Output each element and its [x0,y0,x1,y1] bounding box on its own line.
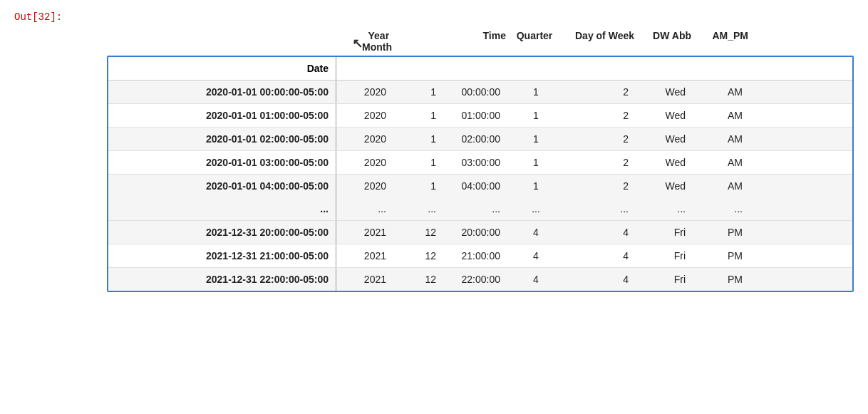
cell-time: 20:00:00 [443,221,507,244]
cell-date: 2020-01-01 00:00:00-05:00 [108,81,336,103]
dow-header-spacer [564,63,636,74]
table-header-row: Date [108,57,852,81]
cell-dow: 4 [564,221,636,244]
table-row: 2021-12-31 21:00:00-05:00 2021 12 21:00:… [108,244,852,268]
cell-dwabb: Wed [636,128,693,150]
cell-dow: 4 [564,244,636,267]
cell-dow: 2 [564,175,636,197]
cell-time: 01:00:00 [443,104,507,127]
cell-quarter: 4 [507,221,564,244]
cell-dow: 2 [564,151,636,174]
ampm-header-spacer [693,63,750,74]
top-data-rows: 2020-01-01 00:00:00-05:00 2020 1 00:00:0… [108,81,852,197]
cell-year: 2021 [336,244,393,267]
year-header-spacer [336,63,393,74]
cell-dwabb: Fri [636,221,693,244]
dwabb-header-spacer [636,63,693,74]
ellipsis-ampm: ... [693,197,750,220]
cell-ampm: PM [693,221,750,244]
col-header-time: Time [442,30,506,53]
cell-year: 2020 [336,81,393,103]
table-row: 2020-01-01 01:00:00-05:00 2020 1 01:00:0… [108,104,852,128]
cell-time: 03:00:00 [443,151,507,174]
cell-time: 21:00:00 [443,244,507,267]
cell-year: 2020 [336,151,393,174]
col-header-dwabb: DW Abb [634,30,691,53]
cell-dwabb: Fri [636,268,693,291]
cell-dow: 2 [564,128,636,150]
cell-year: 2020 [336,128,393,150]
ellipsis-dwabb: ... [636,197,693,220]
quarter-header-spacer [507,63,564,74]
cell-month: 12 [393,268,443,291]
ellipsis-dow: ... [564,197,636,220]
cell-quarter: 1 [507,81,564,103]
cell-date: 2021-12-31 22:00:00-05:00 [108,268,336,291]
cell-ampm: AM [693,104,750,127]
cell-ampm: AM [693,128,750,150]
month-header-spacer [393,63,443,74]
table-row: 2020-01-01 02:00:00-05:00 2020 1 02:00:0… [108,128,852,151]
cell-ampm: PM [693,268,750,291]
cell-month: 12 [393,221,443,244]
cell-quarter: 1 [507,151,564,174]
cell-ampm: AM [693,175,750,197]
cell-month: 1 [393,104,443,127]
cell-dwabb: Fri [636,244,693,267]
cell-date: 2020-01-01 03:00:00-05:00 [108,151,336,174]
col-header-quarter: Quarter [506,30,563,53]
cell-dwabb: Wed [636,104,693,127]
cell-month: 1 [393,128,443,150]
cell-date: 2020-01-01 04:00:00-05:00 [108,175,336,197]
cell-quarter: 1 [507,128,564,150]
cell-year: 2021 [336,221,393,244]
time-header-spacer [443,63,507,74]
table-row: 2021-12-31 22:00:00-05:00 2021 12 22:00:… [108,268,852,291]
ellipsis-quarter: ... [507,197,564,220]
cell-ampm: AM [693,151,750,174]
cell-ampm: PM [693,244,750,267]
cell-quarter: 1 [507,104,564,127]
cell-year: 2020 [336,175,393,197]
cell-year: 2021 [336,268,393,291]
data-table: Date 2020-01-01 00:00:00-05:00 2020 1 00… [107,56,854,292]
cell-dow: 4 [564,268,636,291]
cell-dwabb: Wed [636,151,693,174]
cell-year: 2020 [336,104,393,127]
column-headers-row: Year ↖Month Time Quarter Day of Week DW … [107,30,854,53]
cell-quarter: 1 [507,175,564,197]
cell-dwabb: Wed [636,81,693,103]
table-row: 2020-01-01 03:00:00-05:00 2020 1 03:00:0… [108,151,852,175]
ellipsis-year: ... [336,197,393,220]
cell-time: 22:00:00 [443,268,507,291]
cell-month: 1 [393,151,443,174]
cell-quarter: 4 [507,244,564,267]
table-row: 2021-12-31 20:00:00-05:00 2021 12 20:00:… [108,221,852,244]
cell-ampm: AM [693,81,750,103]
cell-dwabb: Wed [636,175,693,197]
cell-time: 02:00:00 [443,128,507,150]
cell-date: 2020-01-01 02:00:00-05:00 [108,128,336,150]
table-row: 2020-01-01 04:00:00-05:00 2020 1 04:00:0… [108,175,852,197]
table-row: 2020-01-01 00:00:00-05:00 2020 1 00:00:0… [108,81,852,104]
cell-month: 1 [393,81,443,103]
cell-month: 12 [393,244,443,267]
cell-dow: 2 [564,104,636,127]
cell-month: 1 [393,175,443,197]
col-header-ampm: AM_PM [691,30,748,53]
cell-date: 2020-01-01 01:00:00-05:00 [108,104,336,127]
cell-time: 04:00:00 [443,175,507,197]
cell-date: 2021-12-31 21:00:00-05:00 [108,244,336,267]
cell-date: 2021-12-31 20:00:00-05:00 [108,221,336,244]
ellipsis-row: ... ... ... ... ... ... ... ... [108,197,852,221]
date-header: Date [108,57,336,80]
cell-time: 00:00:00 [443,81,507,103]
cell-dow: 2 [564,81,636,103]
ellipsis-date: ... [108,197,336,220]
bottom-data-rows: 2021-12-31 20:00:00-05:00 2021 12 20:00:… [108,221,852,291]
col-header-dow: Day of Week [563,30,634,53]
ellipsis-time: ... [443,197,507,220]
output-label: Out[32]: [14,11,854,23]
col-header-year: Year ↖Month [335,30,392,53]
col-header-month [392,30,442,53]
